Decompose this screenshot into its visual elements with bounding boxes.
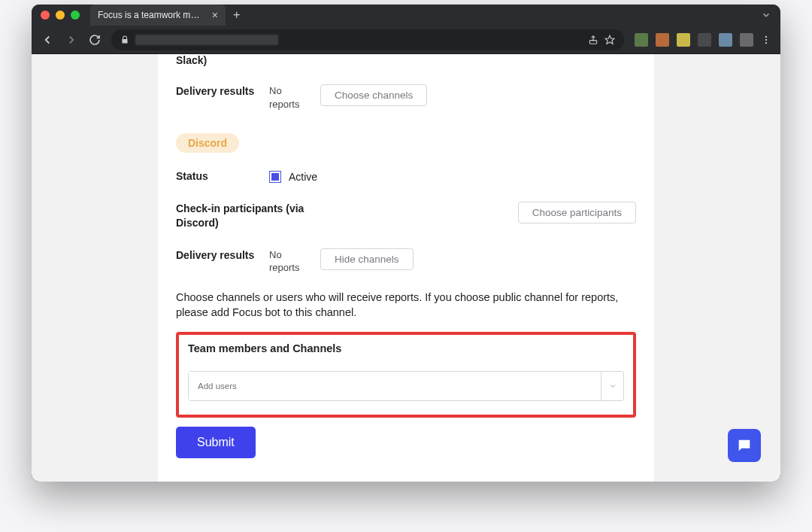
hide-channels-button[interactable]: Hide channels [320,248,414,270]
delivery-status-discord: No reports [269,248,320,275]
back-icon[interactable] [41,33,54,47]
svg-point-4 [765,41,767,43]
forward-icon[interactable] [65,33,78,47]
delivery-results-label: Delivery results [176,84,269,99]
extension-icon[interactable] [719,33,732,47]
fullscreen-window-button[interactable] [71,11,80,20]
share-icon[interactable] [588,35,598,45]
svg-point-2 [765,35,767,37]
chevron-down-icon[interactable] [601,372,623,400]
helper-text: Choose channels or users who will receiv… [176,290,636,321]
lock-icon [120,35,129,44]
new-tab-button[interactable]: + [233,8,240,22]
chat-widget-button[interactable] [728,429,761,462]
slack-label-partial: Slack) [176,54,636,66]
kebab-menu-icon[interactable] [761,35,771,45]
bookmark-star-icon[interactable] [604,35,615,45]
status-label: Status [176,169,269,184]
viewport: Slack) Delivery results No reports Choos… [32,54,780,482]
participants-label: Check-in participants (via Discord) [176,202,311,230]
status-value: Active [289,171,317,183]
minimize-window-button[interactable] [56,11,65,20]
close-tab-icon[interactable]: × [212,10,218,20]
choose-channels-button[interactable]: Choose channels [320,84,427,106]
svg-marker-1 [605,35,614,44]
choose-participants-button[interactable]: Choose participants [518,202,636,223]
status-row: Status Active [176,169,636,184]
browser-window: Focus is a teamwork managem × + [32,5,780,482]
extension-icons [635,33,771,47]
status-checkbox[interactable] [269,171,281,183]
browser-tab[interactable]: Focus is a teamwork managem × [90,5,226,26]
reload-icon[interactable] [89,34,101,46]
chevron-down-icon[interactable] [761,10,771,20]
discord-pill: Discord [176,133,239,153]
traffic-lights [41,11,80,20]
delivery-results-row-discord: Delivery results No reports Hide channel… [176,248,636,275]
url-text [135,35,582,45]
delivery-status-slack: No reports [269,84,320,111]
submit-button[interactable]: Submit [176,427,256,458]
participants-row: Check-in participants (via Discord) Choo… [176,202,636,230]
extension-icon[interactable] [677,33,690,47]
extension-icon[interactable] [698,33,711,47]
chat-icon [736,437,753,454]
nav-bar [32,26,780,54]
extension-icon[interactable] [740,33,753,47]
tab-title: Focus is a teamwork managem [98,10,205,20]
settings-card: Slack) Delivery results No reports Choos… [158,54,654,482]
delivery-results-row-slack: Delivery results No reports Choose chann… [176,84,636,111]
team-members-label: Team members and Channels [188,342,624,354]
close-window-button[interactable] [41,11,50,20]
address-bar[interactable] [111,29,624,50]
extension-icon[interactable] [635,33,648,47]
extension-icon[interactable] [656,33,669,47]
checkbox-checked-icon [271,173,279,181]
add-users-input[interactable] [189,372,601,400]
add-users-select[interactable] [188,371,624,401]
team-members-highlight: Team members and Channels [176,332,636,418]
delivery-results-label-discord: Delivery results [176,248,269,263]
svg-point-3 [765,38,767,40]
titlebar: Focus is a teamwork managem × + [32,5,780,26]
